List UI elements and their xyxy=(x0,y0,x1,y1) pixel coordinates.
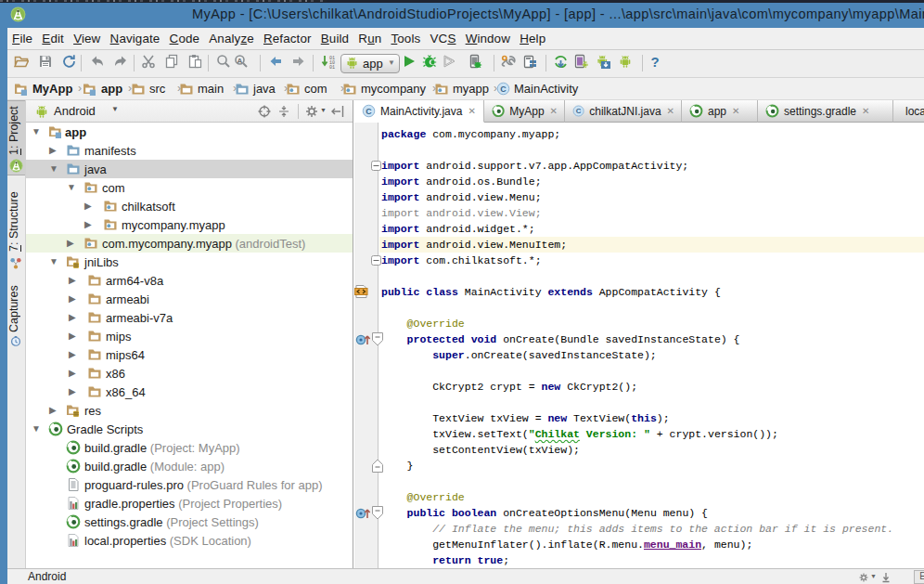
svg-text:A: A xyxy=(237,57,243,65)
svg-text:?: ? xyxy=(650,54,659,69)
svg-text:01: 01 xyxy=(329,65,335,71)
